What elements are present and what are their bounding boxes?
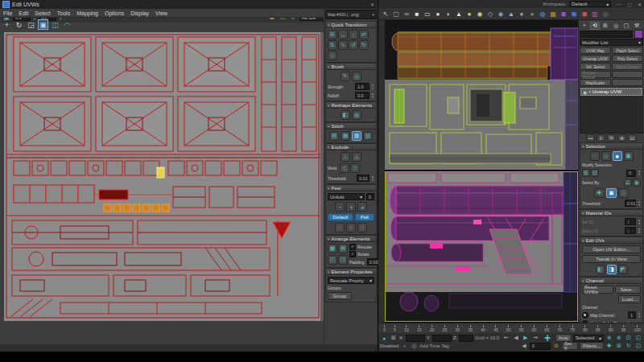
viewport-bottom-active[interactable] (385, 171, 578, 322)
modifier-button[interactable]: UVW Map (580, 47, 611, 54)
align-edge-icon[interactable]: ◇ (328, 51, 337, 60)
move-icon[interactable]: + (2, 19, 12, 30)
menu-item[interactable]: File (3, 10, 12, 16)
edge-subobject-icon[interactable]: ◇ (601, 151, 611, 161)
rotate-cw-icon[interactable]: ↻ (359, 40, 369, 50)
polygon-subobject-icon[interactable]: ■ (613, 151, 622, 161)
stitch-target-icon[interactable]: ▥ (352, 131, 361, 141)
plane-primitive-icon[interactable]: ▭ (423, 9, 432, 19)
zoom-icon[interactable]: ⊕ (605, 335, 613, 341)
shrink-icon[interactable]: ⊟ (591, 169, 599, 177)
vertex-subobject-icon[interactable]: ∴ (590, 151, 600, 161)
uv-transform-icon[interactable]: ◧ (596, 265, 605, 274)
z-field[interactable] (459, 335, 473, 342)
rollout-peel[interactable]: ▾ Peel (325, 184, 377, 191)
motion-tab-icon[interactable]: ◎ (611, 22, 621, 30)
stitch-source-icon[interactable]: ▦ (341, 131, 350, 141)
open-uv-editor-button[interactable]: Open UV Editor... (582, 245, 641, 253)
uv-canvas[interactable] (4, 32, 324, 321)
zoom-all-icon[interactable]: ⊛ (615, 335, 623, 341)
threshold-field[interactable]: 0.01 (625, 200, 636, 207)
align-pivot-icon[interactable]: ⊞ (328, 30, 337, 39)
strength-field[interactable]: 1.0 (355, 83, 369, 90)
modifier-list-select[interactable]: Modifier List▾ (580, 39, 643, 46)
rollout-element-properties[interactable]: ▾ Element Properties (325, 268, 377, 275)
red-tool-icon[interactable]: ◼ (580, 9, 589, 19)
rollout-selection[interactable]: ▾ Selection (580, 142, 643, 150)
explode-by-smoothing-icon[interactable]: ◬ (352, 152, 361, 162)
rollout-edit-uvs[interactable]: ▾ Edit UVs (580, 237, 643, 244)
maximize-viewport-icon[interactable]: ◱ (634, 343, 642, 349)
edit-seams-icon[interactable]: ⊚ (357, 223, 367, 232)
align-vertical-icon[interactable]: ↕ (349, 30, 358, 39)
scale-icon[interactable]: ◲ (26, 19, 36, 30)
select-id-field[interactable]: 1 (625, 227, 636, 234)
yellow-sphere-icon[interactable]: ● (464, 9, 474, 19)
select-by-angle-icon[interactable]: ∠ (624, 179, 632, 187)
rotate-checkbox[interactable]: ✓ (349, 251, 356, 257)
stitch-average-icon[interactable]: ▧ (363, 131, 373, 141)
map-channel-radio[interactable] (582, 312, 588, 319)
uv-window-titlebar[interactable]: Edit UVWs ✕ (0, 0, 377, 9)
current-frame-field[interactable]: 0 (530, 343, 551, 350)
linear-align-icon[interactable]: ∿ (338, 40, 348, 50)
torus-primitive-icon[interactable]: ◉ (475, 9, 485, 19)
utilities-tab-icon[interactable]: ⚒ (632, 22, 642, 30)
x-field[interactable] (406, 335, 425, 342)
texture-select[interactable]: Map #930 (...png)▾ (325, 10, 377, 19)
close-icon[interactable]: ✕ (638, 2, 642, 7)
geosphere-tool-icon[interactable]: ● (517, 9, 526, 19)
hierarchy-tab-icon[interactable]: ⊞ (601, 22, 610, 30)
close-icon[interactable]: ✕ (370, 2, 374, 7)
diamond-solid-tool-icon[interactable]: ◆ (496, 9, 506, 19)
break-icon[interactable]: △ (341, 152, 350, 162)
by-element-icon[interactable]: ▣ (624, 151, 634, 161)
peel-amount-field[interactable]: 0 (366, 193, 374, 200)
expand-icon[interactable]: ▾ (588, 89, 591, 94)
space-vertical-icon[interactable]: ⇅ (328, 40, 337, 50)
modifier-button[interactable] (612, 71, 643, 78)
select-by-element-icon[interactable]: ◈ (633, 179, 641, 187)
key-mode-icon[interactable]: ⊙ (552, 343, 560, 349)
play-icon[interactable]: ▶ (522, 335, 530, 341)
lscm-interactive-icon[interactable]: ◕ (357, 202, 367, 212)
modifier-button[interactable]: Unwrap UVW (580, 55, 611, 62)
set-key-button[interactable]: Set K (562, 342, 578, 350)
rollout-reshape-elements[interactable]: ▾ Reshape Elements (325, 101, 377, 109)
grid-tool-icon[interactable]: ▦ (548, 9, 558, 19)
pin-stack-icon[interactable]: ⊶ (586, 134, 595, 142)
menu-item[interactable]: Options (105, 10, 124, 16)
rotate-ccw-icon[interactable]: ↺ (349, 40, 358, 50)
relax-until-flat-icon[interactable]: ◍ (352, 110, 361, 120)
rotate-elements-icon[interactable]: ◳ (338, 255, 348, 265)
zoom-extents-icon[interactable]: ⊡ (625, 335, 633, 341)
quick-peel-icon[interactable]: ◔ (335, 202, 345, 212)
stitch-custom-icon[interactable]: ▤ (329, 131, 339, 141)
menu-item[interactable]: Edit (19, 10, 28, 16)
plus-xy-icon[interactable]: ✚ (594, 188, 605, 198)
create-tab-icon[interactable]: + (580, 22, 589, 30)
unpin-vertices-icon[interactable]: ⊘ (346, 223, 356, 232)
save-button[interactable]: Save... (615, 286, 641, 294)
load-button[interactable]: Load... (618, 295, 641, 303)
orbit-icon[interactable]: ↻ (625, 343, 633, 349)
blue-tool-icon[interactable]: ◼ (569, 9, 579, 19)
menu-item[interactable]: Mapping (76, 10, 98, 16)
rollout-explode[interactable]: ▾ Explode (325, 143, 377, 150)
paint-move-brush-icon[interactable]: ✎ (341, 72, 350, 81)
menu-item[interactable]: Tools (57, 10, 70, 16)
selection-set-select[interactable]: Selected▾ (573, 335, 604, 342)
modifier-stack[interactable]: ◉ ▾ Unwrap UVW (580, 87, 643, 134)
weld-selected-icon[interactable]: ⊂ (340, 163, 349, 173)
modifier-button[interactable]: Surface Mapper (580, 71, 611, 78)
show-end-result-icon[interactable]: ≡ (597, 134, 605, 142)
isolate-selection-icon[interactable]: ● (380, 335, 388, 341)
select-by-name-icon[interactable]: ▢ (391, 9, 401, 19)
rollout-brush[interactable]: ▾ Brush (325, 63, 377, 70)
modifier-button[interactable]: Spline Select (612, 63, 643, 70)
diamond-tool-icon[interactable]: ◇ (485, 9, 495, 19)
key-filters-button[interactable]: Filters... (580, 342, 604, 350)
stack-item-unwrap-uvw[interactable]: ◉ ▾ Unwrap UVW (580, 88, 642, 96)
modify-selection-field[interactable]: 0 (626, 170, 636, 177)
rescale-checkbox[interactable]: ✓ (349, 244, 356, 250)
